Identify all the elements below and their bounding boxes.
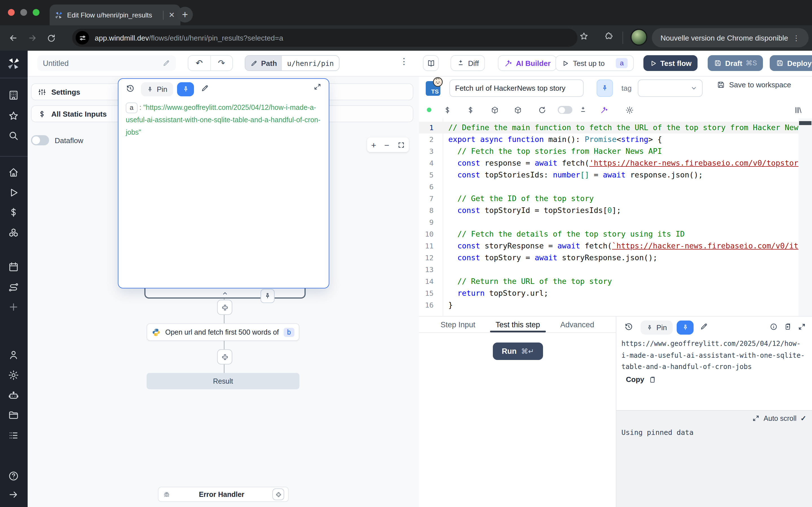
- tag-select[interactable]: [638, 79, 703, 97]
- window-close-button[interactable]: [8, 9, 15, 16]
- tab-close-icon[interactable]: ✕: [167, 10, 176, 20]
- add-step-button[interactable]: [217, 300, 232, 315]
- deploy-button[interactable]: Deploy: [770, 55, 812, 71]
- history-icon[interactable]: [624, 322, 633, 331]
- browser-menu-icon[interactable]: ⋮: [793, 34, 800, 42]
- variables-dollar-icon[interactable]: [8, 207, 20, 219]
- site-info-icon[interactable]: [75, 31, 89, 45]
- flow-step-node[interactable]: Open url and fetch first 500 words of ..…: [147, 323, 299, 341]
- back-icon[interactable]: [3, 33, 22, 43]
- result-node[interactable]: Result: [147, 373, 299, 389]
- history-icon[interactable]: [126, 84, 135, 93]
- pin-indicator-button[interactable]: [260, 289, 274, 303]
- redo-button[interactable]: ↷: [210, 56, 232, 70]
- pinned-value[interactable]: a : "https://www.geoffreylitt.com/2025/0…: [126, 101, 322, 138]
- code-line: 11 const storyResponse = await fetch(`ht…: [419, 240, 812, 252]
- tab-advanced[interactable]: Advanced: [560, 317, 594, 332]
- window-minimize-button[interactable]: [20, 9, 27, 16]
- ai-wand-icon[interactable]: [598, 104, 610, 115]
- diff-button[interactable]: Diff: [451, 55, 485, 71]
- auto-scroll-control[interactable]: Auto scroll ✓: [752, 414, 806, 422]
- step-badge[interactable]: a: [616, 58, 627, 68]
- window-zoom-button[interactable]: [33, 9, 40, 16]
- schedules-calendar-icon[interactable]: [8, 262, 20, 273]
- profile-avatar[interactable]: [630, 29, 647, 46]
- info-icon[interactable]: [770, 323, 777, 331]
- fullscreen-icon[interactable]: [798, 323, 806, 331]
- add-step-button[interactable]: [217, 349, 232, 364]
- docs-button[interactable]: [423, 55, 439, 71]
- library-icon[interactable]: [792, 104, 804, 115]
- extensions-icon[interactable]: [599, 32, 618, 41]
- pin-button[interactable]: Pin: [641, 321, 673, 335]
- zoom-in-icon[interactable]: +: [371, 140, 376, 150]
- dataflow-toggle[interactable]: [31, 135, 49, 145]
- forward-icon[interactable]: [22, 33, 42, 43]
- new-tab-button[interactable]: +: [177, 7, 193, 22]
- code-editor[interactable]: 1// Define the main function to fetch th…: [419, 118, 812, 316]
- settings-gear-icon[interactable]: [8, 370, 20, 381]
- edit-pin-button[interactable]: [700, 322, 708, 331]
- line-number: 8: [419, 205, 434, 216]
- favorites-star-icon[interactable]: [8, 110, 20, 122]
- resources-cubes-icon[interactable]: [8, 228, 20, 239]
- reload-icon[interactable]: [42, 34, 61, 43]
- search-icon[interactable]: [8, 130, 20, 142]
- undo-button[interactable]: ↶: [188, 56, 210, 70]
- pinned-toggle-button[interactable]: [597, 79, 613, 97]
- edit-pencil-icon[interactable]: [162, 59, 170, 67]
- result-value[interactable]: https://www.geoffreylitt.com/2025/04/12/…: [621, 338, 808, 373]
- draft-button[interactable]: Draft ⌘S: [708, 55, 763, 71]
- diff-icon[interactable]: [577, 104, 589, 115]
- clipboard-copy-icon[interactable]: [784, 323, 792, 331]
- test-up-to-button[interactable]: Test up to a: [555, 55, 634, 71]
- tab-test-this-step[interactable]: Test this step: [496, 317, 540, 332]
- editor-minimap[interactable]: [799, 118, 812, 316]
- workspace-building-icon[interactable]: [8, 90, 20, 101]
- pinned-toggle-button[interactable]: [177, 82, 194, 96]
- logs-list-icon[interactable]: [8, 430, 20, 442]
- error-handler-node[interactable]: Error Handler: [158, 487, 289, 502]
- account-person-icon[interactable]: [8, 349, 20, 361]
- copy-button[interactable]: Copy: [626, 375, 656, 384]
- zoom-out-icon[interactable]: −: [384, 140, 389, 150]
- folders-folder-icon[interactable]: [8, 409, 20, 421]
- pin-button[interactable]: Pin: [141, 82, 173, 96]
- fit-view-icon[interactable]: [397, 141, 405, 149]
- edit-pin-button[interactable]: [201, 84, 209, 93]
- minimap-slider[interactable]: [799, 121, 811, 125]
- chrome-update-button[interactable]: Nouvelle version de Chrome disponible ⋮: [652, 28, 809, 47]
- add-error-handler-button[interactable]: [272, 489, 284, 500]
- package-icon[interactable]: [489, 104, 500, 115]
- path-button[interactable]: Path u/henri/pin: [245, 55, 340, 71]
- editor-toggle[interactable]: [558, 104, 572, 115]
- expand-popup-icon[interactable]: [313, 83, 321, 91]
- test-flow-button[interactable]: Test flow: [644, 55, 698, 71]
- help-question-icon[interactable]: [8, 470, 20, 482]
- flows-route-icon[interactable]: [8, 282, 20, 293]
- package-icon[interactable]: [512, 104, 523, 115]
- home-icon[interactable]: [8, 167, 20, 179]
- collapse-arrow-icon[interactable]: [8, 489, 20, 501]
- ai-builder-button[interactable]: AI Builder: [498, 55, 557, 71]
- gear-icon[interactable]: [624, 104, 635, 115]
- flow-name-input[interactable]: Untitled: [37, 55, 176, 71]
- reload-icon[interactable]: [536, 104, 548, 115]
- collapse-chevron-icon[interactable]: [221, 290, 229, 297]
- flow-canvas[interactable]: Settings All Static Inputs Dataflow + −: [28, 76, 419, 507]
- browser-tab[interactable]: Edit Flow u/henri/pin_results ✕: [50, 4, 181, 25]
- create-plus-icon[interactable]: [8, 301, 20, 313]
- address-bar[interactable]: app.windmill.dev/flows/edit/u/henri/pin_…: [72, 29, 577, 47]
- line-number: 9: [419, 216, 434, 228]
- pinned-toggle-button[interactable]: [677, 321, 694, 335]
- tab-step-input[interactable]: Step Input: [441, 317, 475, 332]
- save-to-workspace-button[interactable]: Save to workspace: [717, 80, 791, 89]
- more-options-icon[interactable]: ⋮: [400, 56, 408, 66]
- bookmark-star-icon[interactable]: [574, 32, 593, 41]
- resources-dollar-icon[interactable]: [465, 104, 476, 115]
- runs-play-icon[interactable]: [8, 187, 20, 199]
- workers-robot-icon[interactable]: [8, 390, 20, 402]
- step-summary-input[interactable]: Fetch url of HackerNews top story: [449, 79, 583, 97]
- variables-icon[interactable]: [442, 104, 453, 115]
- run-button[interactable]: Run ⌘↵: [493, 342, 543, 360]
